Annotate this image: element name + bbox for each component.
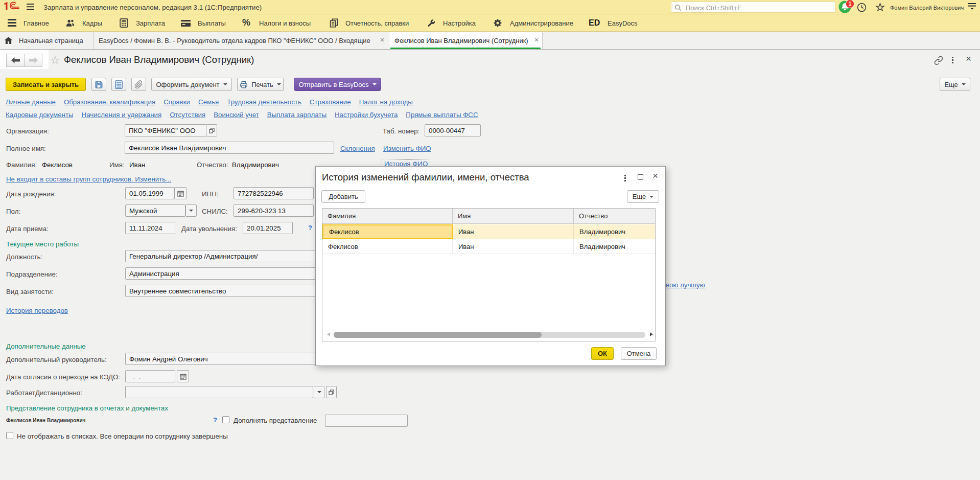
- remote-input[interactable]: [125, 386, 313, 398]
- service-menu-icon[interactable]: [968, 3, 976, 11]
- nav-link-nalog[interactable]: Налог на доходы: [359, 98, 413, 106]
- menu-item-easydocs[interactable]: EasyDocs: [608, 19, 638, 27]
- nav-link-obrazovanie[interactable]: Образование, квалификация: [64, 98, 155, 106]
- make-document-button[interactable]: Оформить документ: [151, 78, 232, 91]
- menu-item-glavnoe[interactable]: Главное: [24, 19, 49, 27]
- tabnum-input[interactable]: [425, 124, 481, 136]
- scroll-left-arrow-icon[interactable]: [327, 332, 330, 336]
- form-close-icon[interactable]: ×: [966, 53, 971, 64]
- search-input[interactable]: [685, 3, 835, 13]
- declension-link[interactable]: Склонения: [340, 145, 375, 152]
- employee-groups-link[interactable]: Не входит в составы групп сотрудников. И…: [6, 175, 171, 183]
- tab-employee-close-icon[interactable]: ×: [534, 36, 539, 44]
- nav-link-semya[interactable]: Семья: [198, 98, 219, 106]
- form-menu-kebab-icon[interactable]: [952, 56, 953, 64]
- nav-link-lichnye-dannye[interactable]: Личные данные: [6, 98, 56, 106]
- gender-select[interactable]: [125, 204, 185, 217]
- gender-dropdown-button[interactable]: [185, 204, 197, 217]
- supplement-checkbox[interactable]: [222, 416, 229, 423]
- main-menu-icon[interactable]: [27, 4, 34, 10]
- dialog-add-button[interactable]: Добавить: [321, 190, 365, 203]
- dialog-menu-kebab-icon[interactable]: [624, 174, 626, 182]
- table-row[interactable]: Феклисов Иван Владимирович: [322, 224, 655, 239]
- save-and-close-button[interactable]: Записать и закрыть: [6, 78, 86, 91]
- col-header-patronymic[interactable]: Отчество: [574, 209, 655, 224]
- nav-link-spravki[interactable]: Справки: [164, 98, 190, 106]
- tab-easydocs-close-icon[interactable]: ×: [380, 36, 384, 44]
- menu-item-administrirovanie[interactable]: Администрирование: [510, 19, 573, 27]
- nav-link-vyplata[interactable]: Выплата зарплаты: [267, 111, 326, 119]
- tab-employee[interactable]: Феклисов Иван Владимирович (Сотрудник): [394, 37, 528, 44]
- global-search[interactable]: [671, 2, 835, 13]
- representation-help-icon[interactable]: ?: [213, 416, 217, 424]
- cell-name[interactable]: Иван: [453, 224, 574, 239]
- cell-patronymic[interactable]: Владимирович: [574, 224, 655, 239]
- nav-link-strahovanie[interactable]: Страхование: [310, 98, 351, 106]
- cell-patronymic[interactable]: Владимирович: [574, 239, 655, 254]
- cell-name[interactable]: Иван: [453, 239, 574, 254]
- dialog-close-icon[interactable]: ×: [652, 170, 658, 181]
- menu-item-nastroika[interactable]: Настройка: [443, 19, 476, 27]
- menu-item-nalogi[interactable]: Налоги и взносы: [259, 19, 311, 27]
- attachments-button[interactable]: [131, 78, 146, 91]
- org-input[interactable]: [125, 124, 206, 136]
- forward-button[interactable]: [24, 54, 42, 67]
- menu-item-zarplata[interactable]: Зарплата: [136, 19, 165, 27]
- change-fio-link[interactable]: Изменить ФИО: [383, 145, 431, 152]
- table-row[interactable]: Феклисов Иван Владимирович: [322, 239, 655, 254]
- inn-input[interactable]: [234, 187, 314, 199]
- snils-input[interactable]: [234, 204, 314, 217]
- nav-link-buhuchet[interactable]: Настройки бухучета: [335, 111, 398, 119]
- transfer-history-link[interactable]: История переводов: [6, 307, 68, 314]
- tab-easydocs-inbox[interactable]: EasyDocs / Фомин В. В. - Руководитель от…: [99, 37, 370, 44]
- print-button[interactable]: Печать: [237, 78, 284, 91]
- kedo-input[interactable]: [125, 370, 175, 382]
- nav-link-otsutstviya[interactable]: Отсутствия: [170, 111, 205, 119]
- hiredate-input[interactable]: [125, 222, 175, 234]
- menu-item-vyplaty[interactable]: Выплаты: [198, 19, 226, 27]
- col-header-name[interactable]: Имя: [453, 209, 574, 224]
- remote-open-button[interactable]: [326, 386, 337, 398]
- supplement-input[interactable]: [325, 415, 408, 427]
- dialog-more-button[interactable]: Еще: [627, 190, 659, 203]
- nav-link-trudovaya[interactable]: Трудовая деятельность: [227, 98, 301, 106]
- get-link-icon[interactable]: [934, 56, 943, 65]
- favorite-star-icon[interactable]: [50, 55, 60, 65]
- nav-link-fss[interactable]: Прямые выплаты ФСС: [406, 111, 478, 119]
- history-icon[interactable]: [856, 2, 867, 13]
- org-open-button[interactable]: [206, 124, 217, 136]
- firedate-help-icon[interactable]: ?: [308, 224, 312, 232]
- firedate-input[interactable]: [243, 222, 293, 234]
- hide-in-lists-checkbox[interactable]: [6, 432, 13, 439]
- truncated-banner-link[interactable]: вою лучшую: [666, 281, 705, 289]
- back-button[interactable]: [6, 54, 25, 67]
- show-in-list-button[interactable]: [111, 78, 126, 91]
- nav-link-nachisleniya[interactable]: Начисления и удержания: [82, 111, 162, 119]
- dialog-cancel-button[interactable]: Отмена: [621, 347, 657, 360]
- remote-dropdown-button[interactable]: [314, 386, 324, 398]
- menu-item-otchetnost[interactable]: Отчетность, справки: [345, 19, 409, 27]
- col-header-surname[interactable]: Фамилия: [322, 209, 453, 224]
- form-more-button[interactable]: Еще: [940, 78, 970, 91]
- notifications-button[interactable]: 1: [838, 1, 854, 14]
- dialog-maximize-icon[interactable]: [638, 174, 643, 180]
- button-label: Добавить: [329, 193, 358, 200]
- fullname-input[interactable]: [125, 142, 334, 154]
- save-button[interactable]: [91, 78, 106, 91]
- birthdate-input[interactable]: [125, 187, 174, 199]
- nav-link-voinskiy[interactable]: Воинский учет: [214, 111, 259, 119]
- scroll-right-arrow-icon[interactable]: [650, 332, 653, 336]
- favorites-star-icon[interactable]: [875, 2, 885, 13]
- current-user-name[interactable]: Фомин Валерий Викторович: [890, 5, 964, 11]
- kedo-calendar-button[interactable]: [177, 370, 189, 382]
- dialog-ok-button[interactable]: ОК: [591, 347, 614, 360]
- menu-item-kadry[interactable]: Кадры: [82, 19, 102, 27]
- tab-home[interactable]: Начальная страница: [19, 37, 83, 44]
- functions-menu-icon[interactable]: [8, 19, 16, 27]
- cell-surname-selected[interactable]: Феклисов: [322, 224, 453, 239]
- nav-link-kadrovye[interactable]: Кадровые документы: [6, 111, 74, 119]
- h-scrollbar-thumb[interactable]: [334, 332, 542, 338]
- send-to-easydocs-button[interactable]: Отправить в EasyDocs: [294, 78, 381, 91]
- birthdate-calendar-button[interactable]: [174, 187, 186, 199]
- cell-surname[interactable]: Феклисов: [322, 239, 453, 254]
